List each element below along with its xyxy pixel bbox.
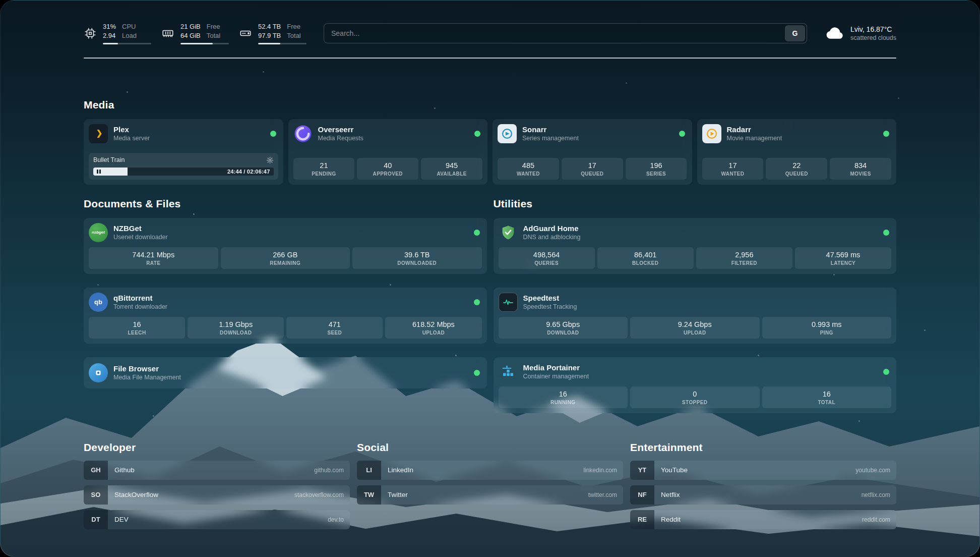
stat-value: 471 <box>288 320 381 328</box>
memory-total-label: Total <box>207 32 220 40</box>
stat-block: 9.24 Gbps UPLOAD <box>630 317 760 339</box>
stat-label: MOVIES <box>832 171 889 177</box>
gear-icon[interactable] <box>266 156 274 164</box>
stat-label: AVAILABLE <box>423 171 480 177</box>
bookmark-abbr: SO <box>84 485 108 505</box>
stat-label: DOWNLOAD <box>190 330 282 336</box>
plex-now-playing: Bullet Train 24:44 / 02:06:4 <box>89 153 278 180</box>
stat-block: 744.21 Mbps RATE <box>89 247 218 269</box>
stat-label: DOWNLOADED <box>354 260 480 266</box>
bookmark-name: DEV <box>108 516 328 523</box>
cpu-usage-label: CPU <box>122 23 137 31</box>
service-card-overseerr[interactable]: Overseerr Media Requests 21 PENDING 40 A… <box>288 119 488 185</box>
memory-total-value: 64 GiB <box>180 32 201 40</box>
service-description: Media server <box>113 135 265 142</box>
service-name: qBittorrent <box>113 294 468 302</box>
filebrowser-icon <box>89 363 108 382</box>
top-bar: 31% 2.94 CPU Load <box>84 23 896 44</box>
bookmark-stackoverflow[interactable]: SO StackOverflow stackoverflow.com <box>84 485 350 505</box>
bookmark-dev[interactable]: DT DEV dev.to <box>84 510 350 529</box>
stat-block: 16 RUNNING <box>499 386 628 408</box>
stat-value: 498,564 <box>501 251 593 259</box>
service-card-speedtest[interactable]: Speedtest Speedtest Tracking 9.65 Gbps D… <box>494 288 897 344</box>
stat-label: TOTAL <box>764 400 890 405</box>
resource-widget-cpu: 31% 2.94 CPU Load <box>84 23 151 44</box>
service-name: Plex <box>113 125 265 134</box>
pause-icon[interactable] <box>97 170 101 174</box>
service-description: Series management <box>522 135 673 142</box>
disk-usage-bar <box>258 43 307 44</box>
bookmark-url: netflix.com <box>862 491 896 498</box>
status-dot <box>474 299 480 305</box>
bookmark-url: linkedin.com <box>583 467 623 474</box>
dashboard-window: 31% 2.94 CPU Load <box>0 0 980 557</box>
stat-label: LEECH <box>91 330 183 336</box>
bookmark-reddit[interactable]: RE Reddit reddit.com <box>630 510 896 529</box>
stat-block: 21 PENDING <box>293 158 355 180</box>
stat-value: 1.19 Gbps <box>190 320 282 328</box>
section-title-documents: Documents & Files <box>84 198 487 210</box>
stat-value: 834 <box>832 161 889 170</box>
cpu-load-value: 2.94 <box>103 32 116 40</box>
bookmark-twitter[interactable]: TW Twitter twitter.com <box>357 485 623 505</box>
service-description: Container management <box>523 373 878 380</box>
stat-value: 0 <box>632 390 758 398</box>
radarr-icon <box>702 124 721 143</box>
service-card-filebrowser[interactable]: File Browser Media File Management <box>84 357 487 388</box>
now-playing-title: Bullet Train <box>93 156 125 163</box>
status-dot <box>883 131 889 137</box>
service-name: AdGuard Home <box>523 224 878 233</box>
bookmark-abbr: YT <box>630 461 654 480</box>
section-title-media: Media <box>84 99 896 111</box>
bookmark-group-developer: Developer GH Github github.com SO StackO… <box>84 441 350 529</box>
search-input[interactable] <box>324 25 785 41</box>
section-media: Media Plex Media server <box>84 99 896 185</box>
bookmark-github[interactable]: GH Github github.com <box>84 461 350 480</box>
stat-value: 0.993 ms <box>764 320 890 328</box>
playback-progress-bar[interactable]: 24:44 / 02:06:47 <box>93 168 274 176</box>
service-description: DNS and adblocking <box>523 234 878 241</box>
bookmark-youtube[interactable]: YT YouTube youtube.com <box>630 461 896 480</box>
status-dot <box>474 131 480 137</box>
bookmark-name: Netflix <box>654 491 862 498</box>
search-bar[interactable]: G <box>324 23 807 43</box>
service-card-radarr[interactable]: Radarr Movie management 17 WANTED 22 QUE… <box>697 119 897 185</box>
stat-label: BLOCKED <box>599 260 692 266</box>
stat-value: 39.6 TB <box>354 251 480 259</box>
service-card-qbittorrent[interactable]: qb qBittorrent Torrent downloader 16 <box>84 288 487 344</box>
portainer-icon <box>499 362 518 381</box>
service-card-plex[interactable]: Plex Media server Bullet Train <box>84 119 283 185</box>
resource-widget-disk: 52.4 TB 97.9 TB Free Total <box>239 23 307 44</box>
disk-total-label: Total <box>287 32 300 40</box>
service-card-nzbget[interactable]: nzbget NZBGet Usenet downloader 744.21 M… <box>84 218 487 274</box>
resource-widget-memory: 21 GiB 64 GiB Free Total <box>161 23 229 44</box>
stat-block: 0 STOPPED <box>630 386 760 408</box>
stat-value: 618.52 Mbps <box>387 320 479 328</box>
bookmark-linkedin[interactable]: LI LinkedIn linkedin.com <box>357 461 623 480</box>
service-card-adguard[interactable]: AdGuard Home DNS and adblocking 498,564 … <box>494 218 897 274</box>
service-description: Usenet downloader <box>113 234 468 241</box>
bookmark-abbr: TW <box>357 485 381 505</box>
service-name: NZBGet <box>113 224 468 233</box>
stat-block: 17 WANTED <box>702 158 764 180</box>
stat-label: PENDING <box>295 171 353 177</box>
cpu-usage-bar <box>103 43 151 44</box>
service-card-portainer[interactable]: Media Portainer Container management 16 … <box>494 357 897 413</box>
cpu-load-label: Load <box>122 32 137 40</box>
qbittorrent-icon: qb <box>89 293 108 312</box>
stat-block: 16 TOTAL <box>762 386 892 408</box>
service-card-sonarr[interactable]: Sonarr Series management 485 WANTED 17 Q… <box>493 119 692 185</box>
service-description: Speedtest Tracking <box>523 303 892 310</box>
weather-widget[interactable]: Lviv, 16.87°C scattered clouds <box>824 23 896 43</box>
disk-free-value: 52.4 TB <box>258 23 281 31</box>
bookmark-netflix[interactable]: NF Netflix netflix.com <box>630 485 896 505</box>
bookmark-name: StackOverflow <box>108 491 294 498</box>
search-provider-button[interactable]: G <box>785 25 805 41</box>
bookmark-name: Twitter <box>381 491 588 498</box>
stat-label: RUNNING <box>501 400 626 405</box>
speedtest-icon <box>499 293 518 312</box>
stat-value: 17 <box>564 161 621 170</box>
memory-icon <box>161 27 174 40</box>
bookmark-name: Github <box>108 466 314 474</box>
cpu-icon <box>84 27 97 40</box>
